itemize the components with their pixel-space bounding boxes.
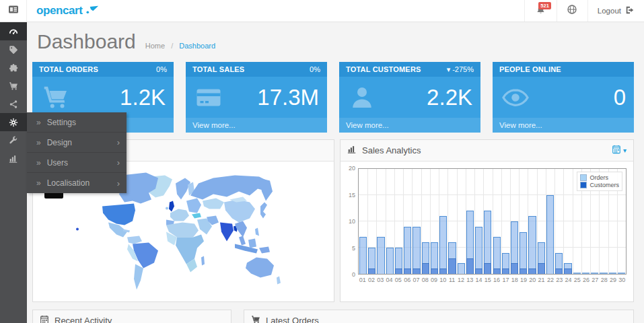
- flyout-item-label: Design: [47, 138, 72, 147]
- x-axis-tick: 12: [456, 277, 465, 283]
- tile-body: 2.2K: [339, 77, 480, 118]
- dashboard-icon: [9, 27, 18, 36]
- stat-tile-total-sales: TOTAL SALES0%17.3MView more...: [186, 62, 327, 133]
- tile-heading: PEOPLE ONLINE: [493, 62, 634, 77]
- logout-button[interactable]: Logout: [587, 0, 644, 22]
- x-axis-tick: 08: [421, 277, 429, 283]
- x-axis-tick: 14: [474, 277, 483, 283]
- x-axis-tick: 17: [501, 277, 510, 283]
- tile-change: 0%: [156, 65, 167, 73]
- eye-icon: [501, 84, 530, 111]
- gridline: [573, 169, 573, 274]
- x-axis-tick: 21: [537, 277, 546, 283]
- flyout-item-users[interactable]: »Users›: [27, 153, 127, 173]
- sidebar-item-sales[interactable]: [0, 77, 27, 95]
- sidebar-item-marketing[interactable]: [0, 95, 27, 113]
- breadcrumb: Home / Dashboard: [145, 42, 215, 50]
- calendar-icon: [40, 315, 55, 323]
- x-axis-tick: 27: [591, 277, 600, 283]
- x-axis-tick: 11: [448, 277, 456, 283]
- gridline: [359, 194, 626, 195]
- breadcrumb-current[interactable]: Dashboard: [179, 42, 215, 50]
- view-more-link[interactable]: View more...: [499, 121, 542, 129]
- recent-activity-panel: Recent Activity: [32, 310, 231, 323]
- tile-value: 2.2K: [427, 85, 472, 110]
- sales-analytics-panel: Sales Analytics ▾ OrdersCustomers 051015…: [340, 139, 634, 302]
- chart-bar-customers: [493, 268, 501, 274]
- tile-value: 17.3M: [257, 85, 319, 110]
- chart-plot-area: OrdersCustomers: [358, 168, 627, 275]
- tile-footer: View more...: [339, 118, 480, 133]
- sidebar-item-dashboard[interactable]: [0, 22, 27, 40]
- flyout-item-design[interactable]: »Design›: [27, 133, 127, 153]
- legend-item-customers: Customers: [580, 182, 619, 188]
- chart-bar-orders: [475, 227, 482, 274]
- notifications-button[interactable]: 521: [524, 0, 557, 22]
- tile-change: ▾ -275%: [447, 65, 474, 74]
- x-axis-tick: 25: [573, 277, 581, 283]
- chart-bar-orders: [458, 263, 465, 274]
- date-range-button[interactable]: ▾: [612, 145, 627, 156]
- flyout-item-settings[interactable]: »Settings: [27, 112, 127, 133]
- caret-down-icon: ▾: [623, 147, 627, 154]
- sidebar-item-system[interactable]: [0, 113, 27, 131]
- globe-icon: [567, 4, 577, 17]
- sidebar-item-tools[interactable]: [0, 131, 27, 149]
- tag-icon: [9, 45, 18, 55]
- bottom-row: Recent Activity Latest Orders: [32, 310, 634, 323]
- gear-icon: [9, 118, 18, 127]
- gridline: [359, 221, 626, 221]
- tile-title: TOTAL ORDERS: [39, 65, 98, 73]
- store-front-button[interactable]: [557, 0, 587, 22]
- chart-bar-orders: [413, 227, 420, 274]
- x-axis-tick: 03: [376, 277, 385, 283]
- view-more-link[interactable]: View more...: [346, 121, 389, 129]
- breadcrumb-separator: /: [167, 42, 177, 50]
- chart-bar-orders: [591, 273, 598, 274]
- flyout-item-label: Localisation: [47, 178, 90, 188]
- tile-change: 0%: [310, 65, 320, 73]
- chart-bar-customers: [466, 258, 474, 274]
- calendar-icon: [612, 145, 623, 156]
- tile-heading: TOTAL CUSTOMERS▾ -275%: [339, 62, 480, 77]
- chevron-double-right-icon: »: [36, 118, 41, 127]
- chart-bar-customers: [368, 268, 375, 274]
- tile-body: 1.2K: [32, 77, 174, 118]
- flyout-item-localisation[interactable]: »Localisation›: [27, 173, 127, 193]
- x-axis-tick: 02: [367, 277, 375, 283]
- x-axis-tick: 18: [510, 277, 519, 283]
- chart-bar-customers: [439, 268, 447, 274]
- chart-bar-orders: [439, 216, 447, 274]
- chart-bar-orders: [573, 273, 581, 274]
- sidebar-item-reports[interactable]: [0, 149, 27, 168]
- chart-bar-customers: [431, 268, 438, 274]
- chevron-right-icon: ›: [117, 137, 120, 147]
- chevron-double-right-icon: »: [36, 158, 41, 168]
- legend-swatch: [580, 182, 587, 188]
- chart-bar-orders: [520, 232, 527, 274]
- tile-heading: TOTAL ORDERS0%: [32, 62, 174, 77]
- sidebar-item-extensions[interactable]: [0, 59, 27, 77]
- topbar: opencart 521 Logout: [0, 0, 644, 22]
- bar-chart-icon: [347, 145, 362, 156]
- x-axis-tick: 01: [358, 277, 367, 283]
- tile-body: 17.3M: [186, 77, 327, 118]
- legend-swatch: [580, 174, 587, 181]
- brand-logo[interactable]: opencart: [27, 0, 99, 22]
- chart-bar-orders: [618, 273, 625, 274]
- view-more-link[interactable]: View more...: [192, 121, 236, 129]
- system-flyout-menu: »Settings»Design›»Users›»Localisation›: [27, 112, 127, 193]
- chart-x-axis: 0102030405060708091011121314151617181920…: [358, 275, 627, 285]
- tile-value: 0: [614, 85, 626, 110]
- chart-bar-orders: [600, 273, 607, 274]
- chart-bar-customers: [484, 263, 491, 274]
- sidebar-nav: [0, 22, 27, 323]
- menu-toggle-button[interactable]: [0, 0, 27, 22]
- share-icon: [9, 100, 18, 109]
- sidebar-item-catalog[interactable]: [0, 40, 27, 59]
- cart-icon: [251, 315, 266, 323]
- y-axis-tick: 10: [349, 218, 355, 225]
- user-icon: [347, 84, 377, 111]
- flyout-item-label: Settings: [47, 118, 76, 127]
- breadcrumb-home[interactable]: Home: [145, 42, 165, 50]
